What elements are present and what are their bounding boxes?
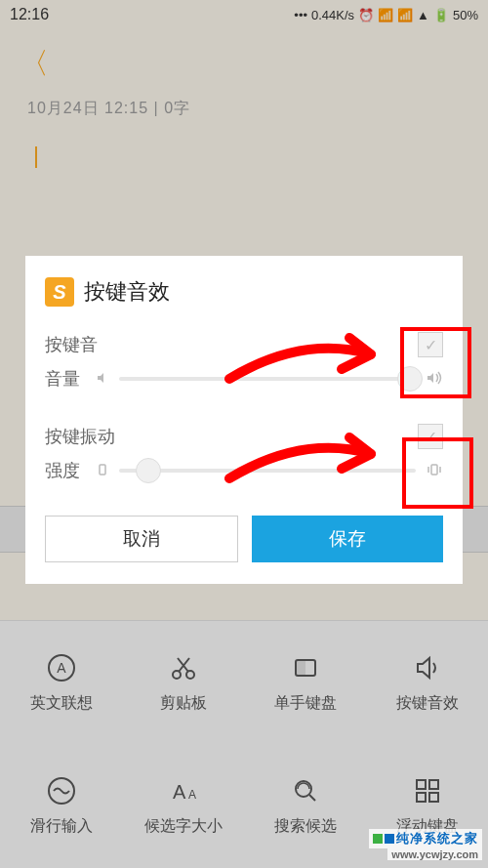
intensity-slider-thumb[interactable] bbox=[136, 458, 161, 483]
watermark-square-icon bbox=[373, 834, 383, 844]
vibrate-high-icon bbox=[426, 463, 443, 479]
watermark-url: www.ycwjzy.com bbox=[387, 848, 482, 860]
sogou-logo-icon: S bbox=[45, 277, 74, 307]
key-sound-checkbox[interactable]: ✓ bbox=[418, 332, 443, 357]
volume-label: 音量 bbox=[45, 367, 86, 391]
volume-high-icon bbox=[426, 371, 443, 388]
key-sound-dialog: S 按键音效 按键音 ✓ 音量 按键振动 ✓ 强度 bbox=[25, 256, 463, 584]
key-vibration-row: 按键振动 ✓ bbox=[45, 424, 443, 449]
vibrate-low-icon bbox=[96, 463, 109, 479]
key-sound-label: 按键音 bbox=[45, 333, 98, 356]
volume-low-icon bbox=[96, 371, 109, 388]
intensity-slider[interactable] bbox=[119, 469, 416, 473]
volume-row: 音量 bbox=[45, 367, 443, 391]
modal-overlay: S 按键音效 按键音 ✓ 音量 按键振动 ✓ 强度 bbox=[0, 0, 488, 868]
key-vibration-label: 按键振动 bbox=[45, 425, 115, 448]
svg-rect-14 bbox=[100, 465, 105, 475]
dialog-buttons: 取消 保存 bbox=[45, 516, 443, 562]
cancel-button[interactable]: 取消 bbox=[45, 516, 238, 562]
dialog-title: 按键音效 bbox=[84, 277, 170, 307]
intensity-row: 强度 bbox=[45, 459, 443, 482]
key-vibration-checkbox[interactable]: ✓ bbox=[418, 424, 443, 449]
volume-slider-thumb[interactable] bbox=[397, 366, 423, 392]
intensity-label: 强度 bbox=[45, 459, 86, 482]
save-button[interactable]: 保存 bbox=[252, 516, 443, 562]
dialog-header: S 按键音效 bbox=[45, 277, 443, 307]
key-sound-row: 按键音 ✓ bbox=[45, 332, 443, 357]
volume-slider[interactable] bbox=[119, 377, 416, 381]
watermark: 纯净系统之家 www.ycwjzy.com bbox=[369, 829, 482, 860]
watermark-name: 纯净系统之家 bbox=[396, 830, 478, 847]
watermark-square-icon bbox=[385, 834, 394, 844]
svg-rect-15 bbox=[431, 465, 437, 475]
